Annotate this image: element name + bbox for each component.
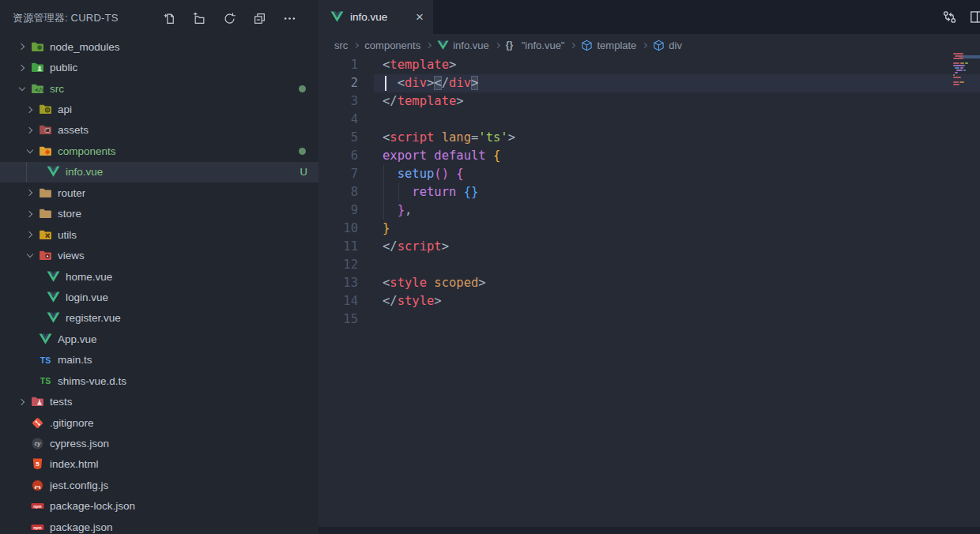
code-line-1[interactable]: 1<template> <box>318 56 980 74</box>
breadcrumb-item-template[interactable]: template <box>581 39 636 51</box>
twistie-spacer <box>14 521 30 533</box>
code-line-13[interactable]: 13<style scoped> <box>318 274 980 292</box>
tree-item-views[interactable]: views <box>0 245 318 265</box>
tree-item-jest-config-js[interactable]: jest.config.js <box>0 475 318 495</box>
code-line-6[interactable]: 6export default { <box>318 147 980 165</box>
new-file-icon[interactable] <box>163 12 176 25</box>
tree-item-utils[interactable]: utils <box>0 224 318 245</box>
code-line-15[interactable]: 15 <box>318 310 980 329</box>
tree-item-package-lock-json[interactable]: npmpackage-lock.json <box>0 496 318 517</box>
twistie-collapsed-icon[interactable] <box>22 208 38 220</box>
tree-item-login-vue[interactable]: login.vue <box>0 287 318 307</box>
vue-icon <box>330 10 345 24</box>
tree-item-store[interactable]: store <box>0 204 318 224</box>
code-line-7[interactable]: 7 setup() { <box>318 165 980 183</box>
new-folder-icon[interactable] <box>193 12 206 25</box>
code-token <box>383 76 398 90</box>
tree-item-label: api <box>58 103 72 115</box>
code-token: div <box>405 76 427 90</box>
twistie-expanded-icon[interactable] <box>14 82 30 95</box>
twistie-collapsed-icon[interactable] <box>22 228 38 241</box>
code-token <box>427 276 434 290</box>
twistie-spacer <box>22 333 38 345</box>
tree-item-info-vue[interactable]: info.vueU <box>0 162 318 182</box>
code-line-2[interactable]: 2 <div></div> <box>318 74 980 92</box>
twistie-collapsed-icon[interactable] <box>14 62 30 74</box>
tree-item-register-vue[interactable]: register.vue <box>0 308 318 329</box>
open-changes-icon[interactable] <box>942 9 957 24</box>
twistie-collapsed-icon[interactable] <box>14 40 30 53</box>
breadcrumb-item-components[interactable]: components <box>364 39 420 51</box>
file-tree: node_modulespublic</>srcapiassetscompone… <box>0 36 318 534</box>
tree-item-home-vue[interactable]: home.vue <box>0 266 318 287</box>
tree-item-router[interactable]: router <box>0 182 318 203</box>
code-token: } <box>383 221 390 235</box>
twistie-collapsed-icon[interactable] <box>22 103 38 116</box>
code-line-12[interactable]: 12 <box>318 256 980 274</box>
twistie-spacer <box>22 374 38 387</box>
explorer-sidebar: 资源管理器: CURD-TS node_modulespublic</>srca… <box>0 0 318 534</box>
tree-item-cypress-json[interactable]: cycypress.json <box>0 433 318 453</box>
more-actions-icon[interactable] <box>283 12 296 25</box>
code-token: / <box>442 76 449 90</box>
collapse-folders-icon[interactable] <box>253 12 266 25</box>
twistie-expanded-icon[interactable] <box>22 250 38 262</box>
split-editor-icon[interactable] <box>970 9 980 24</box>
tree-item-assets[interactable]: assets <box>0 120 318 141</box>
tree-item-label: App.vue <box>58 333 97 345</box>
code-line-9[interactable]: 9 }, <box>318 201 980 220</box>
tree-item--gitignore[interactable]: .gitignore <box>0 412 318 433</box>
code-token <box>434 130 441 145</box>
twistie-collapsed-icon[interactable] <box>22 186 38 199</box>
tree-item-node-modules[interactable]: node_modules <box>0 36 318 57</box>
code-token: > <box>478 276 485 290</box>
refresh-icon[interactable] <box>223 12 236 25</box>
tab-info-vue[interactable]: info.vue × <box>318 0 433 34</box>
tree-item-app-vue[interactable]: App.vue <box>0 329 318 349</box>
twistie-collapsed-icon[interactable] <box>14 396 30 408</box>
tree-item-package-json[interactable]: npmpackage.json <box>0 517 318 534</box>
folder-tests-icon <box>30 395 45 408</box>
twistie-expanded-icon[interactable] <box>22 145 38 157</box>
tree-item-index-html[interactable]: 5index.html <box>0 454 318 475</box>
minimap-bar <box>956 70 963 71</box>
tree-item-api[interactable]: api <box>0 99 318 119</box>
code-line-3[interactable]: 3</template> <box>318 92 980 111</box>
code-line-14[interactable]: 14</style> <box>318 292 980 310</box>
tree-item-components[interactable]: components <box>0 141 318 161</box>
editor-actions <box>942 9 980 24</box>
folder-assets-icon <box>38 123 53 137</box>
jest-icon <box>30 479 45 492</box>
breadcrumb-item-src[interactable]: src <box>334 39 348 51</box>
code-line-11[interactable]: 11</script> <box>318 238 980 256</box>
breadcrumb-item-div[interactable]: div <box>653 39 682 51</box>
code-line-4[interactable]: 4 <box>318 111 980 129</box>
twistie-spacer <box>14 416 30 429</box>
twistie-spacer <box>22 354 38 367</box>
vue-icon <box>437 39 449 51</box>
tree-item-tests[interactable]: tests <box>0 391 318 412</box>
code-line-5[interactable]: 5<script lang='ts'> <box>318 129 980 147</box>
code-token: > <box>456 94 463 108</box>
breadcrumb-label: div <box>669 39 682 51</box>
tree-item-public[interactable]: public <box>0 57 318 77</box>
code-editor[interactable]: 1<template>2 <div></div>3</template>45<s… <box>318 56 980 534</box>
code-line-8[interactable]: 8 return {} <box>318 183 980 201</box>
line-number: 3 <box>318 92 358 111</box>
line-number: 12 <box>318 256 358 274</box>
breadcrumb-label: template <box>597 39 636 51</box>
cypress-icon: cy <box>30 437 45 450</box>
minimap[interactable] <box>953 53 980 100</box>
code-token <box>383 167 398 181</box>
minimap-bar <box>953 62 959 64</box>
breadcrumb-item-info-vue[interactable]: info.vue <box>437 39 489 51</box>
tree-item-shims-vue-d-ts[interactable]: TSshims-vue.d.ts <box>0 370 318 391</box>
breadcrumb-item--info-vue-[interactable]: {}"info.vue" <box>506 39 565 51</box>
minimap-bar <box>960 67 963 69</box>
tree-item-src[interactable]: </>src <box>0 78 318 99</box>
tab-close-icon[interactable]: × <box>414 10 425 24</box>
line-number: 15 <box>318 310 358 329</box>
twistie-collapsed-icon[interactable] <box>22 124 38 137</box>
tree-item-main-ts[interactable]: TSmain.ts <box>0 350 318 370</box>
code-line-10[interactable]: 10} <box>318 220 980 238</box>
